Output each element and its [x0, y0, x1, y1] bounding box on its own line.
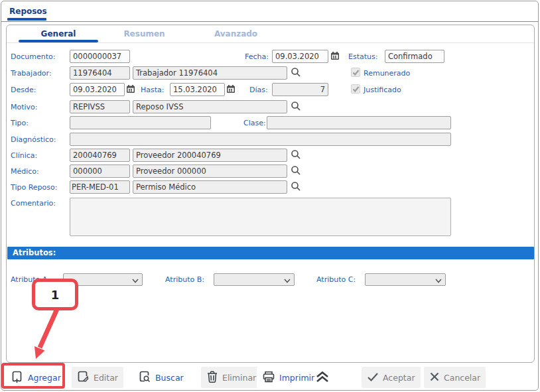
form-panel: General Resumen Avanzado Documento: 0000…	[6, 25, 535, 363]
imprimir-button[interactable]: Imprimir	[257, 367, 320, 388]
medico-label: Médico:	[11, 167, 39, 176]
diagnostico-label: Diagnóstico:	[11, 135, 56, 144]
tipo-reposo-name-field[interactable]: Permiso Médico	[133, 180, 287, 194]
tipo-reposo-code-field[interactable]: PER-MED-01	[70, 180, 130, 194]
atributo-b-select[interactable]	[214, 273, 295, 286]
imprimir-label: Imprimir	[279, 373, 314, 383]
annotation-step-badge: 1	[32, 279, 78, 310]
reposos-window: Reposos General Resumen Avanzado Documen…	[1, 1, 539, 391]
cancelar-label: Cancelar	[444, 373, 480, 383]
search-icon	[291, 149, 301, 162]
search-icon	[291, 67, 301, 80]
clase-label: Clase:	[243, 119, 266, 127]
fecha-calendar-button[interactable]	[329, 50, 341, 63]
agregar-label: Agregar	[28, 373, 61, 383]
remunerado-label: Remunerado	[364, 69, 410, 78]
motivo-code-field[interactable]: REPIVSS	[70, 100, 130, 113]
eliminar-label: Eliminar	[222, 373, 256, 383]
edit-document-icon	[77, 370, 90, 385]
collapse-toolbar-button[interactable]	[313, 370, 332, 385]
desde-label: Desde:	[11, 86, 36, 94]
tab-resumen[interactable]: Resumen	[106, 29, 182, 38]
editar-button[interactable]: Editar	[72, 367, 123, 388]
trabajador-name-field[interactable]: Trabajador 11976404	[133, 66, 287, 80]
double-chevron-up-icon	[314, 370, 330, 385]
comentario-label: Comentario:	[11, 199, 56, 208]
comentario-textarea[interactable]	[70, 198, 451, 236]
buscar-button[interactable]: Buscar	[133, 367, 189, 388]
desde-field[interactable]: 09.03.2020	[70, 83, 125, 96]
trabajador-search-button[interactable]	[290, 66, 302, 80]
justificado-label: Justificado	[364, 86, 401, 94]
medico-name-field[interactable]: Proveedor 000000	[133, 164, 287, 178]
module-tab-strip: Reposos	[1, 1, 538, 22]
trash-icon	[206, 370, 218, 385]
agregar-button[interactable]: Agregar	[6, 367, 66, 388]
close-icon	[429, 371, 440, 384]
cancelar-button[interactable]: Cancelar	[424, 367, 486, 388]
motivo-search-button[interactable]	[290, 100, 302, 113]
fecha-label: Fecha:	[245, 52, 269, 61]
calendar-icon	[226, 84, 236, 96]
check-icon	[367, 371, 379, 384]
estatus-field: Confirmado	[385, 50, 444, 63]
add-document-icon	[11, 370, 24, 385]
tab-general-indicator	[19, 40, 98, 42]
diagnostico-field[interactable]	[70, 133, 451, 146]
clinica-label: Clínica:	[11, 151, 37, 160]
tab-general[interactable]: General	[19, 29, 98, 38]
reposos-screen: Reposos General Resumen Avanzado Documen…	[0, 0, 540, 392]
chevron-down-icon	[435, 273, 442, 286]
search-document-icon	[139, 370, 151, 385]
calendar-icon	[126, 84, 135, 96]
documento-field[interactable]: 0000000037	[70, 50, 130, 63]
medico-code-field[interactable]: 000000	[70, 164, 130, 178]
aceptar-label: Aceptar	[383, 373, 415, 383]
clinica-search-button[interactable]	[290, 149, 302, 162]
dias-field: 7	[272, 83, 328, 96]
printer-icon	[262, 370, 275, 385]
tipo-reposo-label: Tipo Reposo:	[11, 183, 57, 192]
clinica-code-field[interactable]: 200040769	[70, 149, 130, 162]
trabajador-label: Trabajador:	[11, 69, 52, 78]
estatus-label: Estatus:	[348, 52, 377, 61]
tab-avanzado[interactable]: Avanzado	[198, 29, 274, 38]
aceptar-button[interactable]: Aceptar	[362, 367, 421, 388]
chevron-down-icon	[284, 273, 291, 286]
module-tab-active-indicator	[7, 18, 46, 21]
checkbox-check-icon	[352, 66, 360, 79]
desde-calendar-button[interactable]	[125, 83, 137, 96]
motivo-name-field[interactable]: Reposo IVSS	[133, 100, 287, 113]
atributo-b-label: Atributo B:	[165, 275, 204, 284]
calendar-icon	[330, 51, 340, 62]
hasta-label: Hasta:	[141, 86, 165, 94]
buscar-label: Buscar	[155, 373, 184, 383]
tipo-label: Tipo:	[11, 119, 29, 127]
clase-field[interactable]	[267, 116, 451, 129]
tab-bar: General Resumen Avanzado	[7, 25, 534, 43]
trabajador-code-field[interactable]: 11976404	[70, 66, 130, 80]
motivo-label: Motivo:	[11, 103, 38, 111]
justificado-checkbox[interactable]	[351, 84, 360, 94]
module-tab-reposos[interactable]: Reposos	[9, 7, 47, 16]
chevron-down-icon	[132, 273, 139, 286]
hasta-field[interactable]: 15.03.2020	[170, 83, 225, 96]
medico-search-button[interactable]	[290, 164, 302, 178]
editar-label: Editar	[94, 373, 118, 383]
atributo-c-select[interactable]	[365, 273, 446, 286]
atributos-section-header: Atributos:	[7, 247, 534, 259]
dias-label: Días:	[249, 86, 268, 94]
atributo-c-label: Atributo C:	[316, 275, 356, 284]
eliminar-button[interactable]: Eliminar	[201, 367, 261, 388]
search-icon	[291, 165, 301, 178]
search-icon	[291, 181, 301, 194]
hasta-calendar-button[interactable]	[225, 83, 237, 96]
fecha-field[interactable]: 09.03.2020	[272, 50, 328, 63]
clinica-name-field[interactable]: Proveedor 200040769	[133, 149, 287, 162]
remunerado-checkbox[interactable]	[351, 68, 360, 77]
search-icon	[291, 101, 301, 113]
tipo-reposo-search-button[interactable]	[290, 180, 302, 194]
checkbox-check-icon	[352, 83, 360, 96]
tipo-field[interactable]	[70, 116, 211, 129]
documento-label: Documento:	[11, 52, 55, 61]
